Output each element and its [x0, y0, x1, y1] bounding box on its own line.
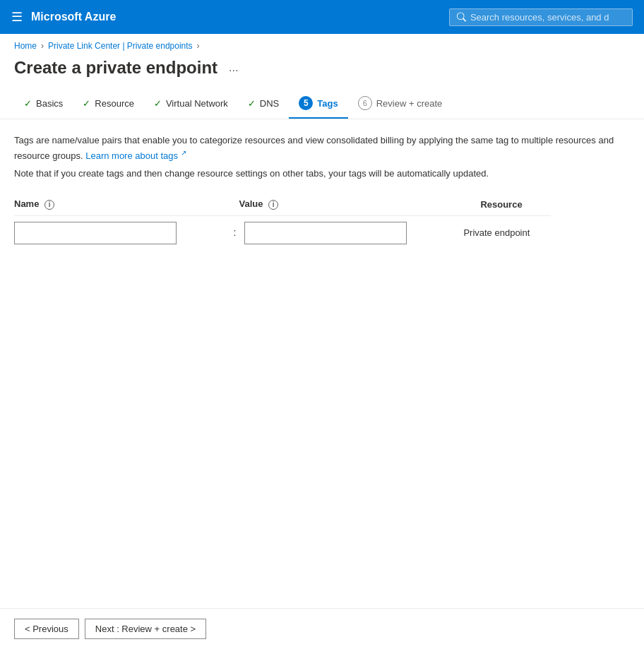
step-basics[interactable]: ✓ Basics — [14, 91, 73, 117]
col-value-header: Value i — [228, 193, 464, 215]
description-text: Tags are name/value pairs that enable yo… — [14, 133, 630, 162]
learn-more-link[interactable]: Learn more about tags ↗ — [85, 150, 186, 161]
step-basics-check: ✓ — [24, 98, 32, 109]
breadcrumb: Home › Private Link Center | Private end… — [0, 34, 644, 55]
table-row: : Private endpoint — [14, 215, 551, 250]
value-info-icon[interactable]: i — [268, 200, 278, 210]
name-cell — [14, 215, 228, 250]
breadcrumb-home[interactable]: Home — [14, 41, 37, 51]
name-info-icon[interactable]: i — [44, 200, 54, 210]
step-tags-badge: 5 — [299, 96, 313, 110]
menu-icon[interactable]: ☰ — [11, 9, 23, 25]
step-dns-check: ✓ — [248, 98, 256, 109]
step-tags-label: Tags — [317, 98, 338, 109]
breadcrumb-section[interactable]: Private Link Center | Private endpoints — [48, 41, 193, 51]
page-header: Create a private endpoint ... — [0, 55, 644, 89]
step-virtual-network[interactable]: ✓ Virtual Network — [144, 91, 238, 117]
col-name-header: Name i — [14, 193, 228, 215]
search-box[interactable] — [449, 8, 633, 26]
tag-name-input[interactable] — [14, 222, 177, 244]
search-input[interactable] — [470, 12, 625, 23]
step-virtual-network-label: Virtual Network — [166, 98, 228, 109]
colon-separator: : — [228, 227, 242, 238]
more-options-button[interactable]: ... — [225, 60, 242, 76]
app-title: Microsoft Azure — [31, 11, 116, 23]
step-resource-label: Resource — [95, 98, 134, 109]
steps-bar: ✓ Basics ✓ Resource ✓ Virtual Network ✓ … — [0, 89, 644, 119]
external-link-icon: ↗ — [181, 149, 186, 157]
main-content: Tags are name/value pairs that enable yo… — [0, 133, 644, 250]
step-resource[interactable]: ✓ Resource — [73, 91, 144, 117]
page-title: Create a private endpoint — [14, 58, 217, 78]
step-basics-label: Basics — [36, 98, 63, 109]
tags-table: Name i Value i Resource : — [14, 193, 551, 250]
breadcrumb-sep-2: › — [197, 41, 200, 51]
search-icon — [457, 12, 466, 22]
step-review-badge: 6 — [358, 96, 372, 110]
step-resource-check: ✓ — [83, 98, 90, 109]
step-virtual-network-check: ✓ — [154, 98, 162, 109]
col-resource-header: Resource — [463, 193, 551, 215]
step-dns[interactable]: ✓ DNS — [238, 91, 289, 117]
step-tags[interactable]: 5 Tags — [289, 89, 347, 119]
step-dns-label: DNS — [260, 98, 279, 109]
breadcrumb-sep-1: › — [41, 41, 44, 51]
colon-cell: : — [228, 215, 464, 250]
step-review-label: Review + create — [376, 98, 443, 109]
step-review-create[interactable]: 6 Review + create — [348, 89, 453, 119]
tag-value-input[interactable] — [244, 222, 407, 244]
resource-cell: Private endpoint — [463, 215, 551, 250]
topbar: ☰ Microsoft Azure — [0, 0, 644, 34]
note-text: Note that if you create tags and then ch… — [14, 168, 630, 179]
